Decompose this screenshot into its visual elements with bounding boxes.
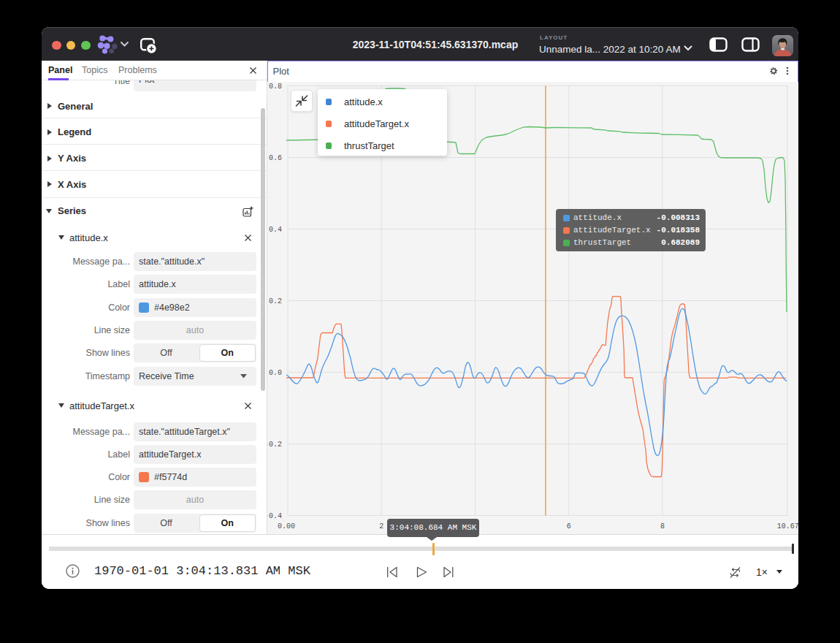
- svg-text:0.8: 0.8: [268, 83, 281, 91]
- svg-text:8: 8: [660, 522, 664, 530]
- svg-text:0.00: 0.00: [277, 522, 294, 530]
- svg-text:-0.4: -0.4: [267, 512, 282, 520]
- svg-text:0.4: 0.4: [268, 226, 281, 234]
- svg-text:-0.2: -0.2: [267, 441, 282, 449]
- svg-text:2: 2: [379, 522, 383, 530]
- svg-text:10.67: 10.67: [776, 522, 798, 530]
- svg-text:6: 6: [566, 522, 570, 530]
- svg-text:0.6: 0.6: [268, 154, 281, 162]
- svg-text:0.0: 0.0: [268, 369, 281, 377]
- svg-text:0.2: 0.2: [268, 297, 281, 305]
